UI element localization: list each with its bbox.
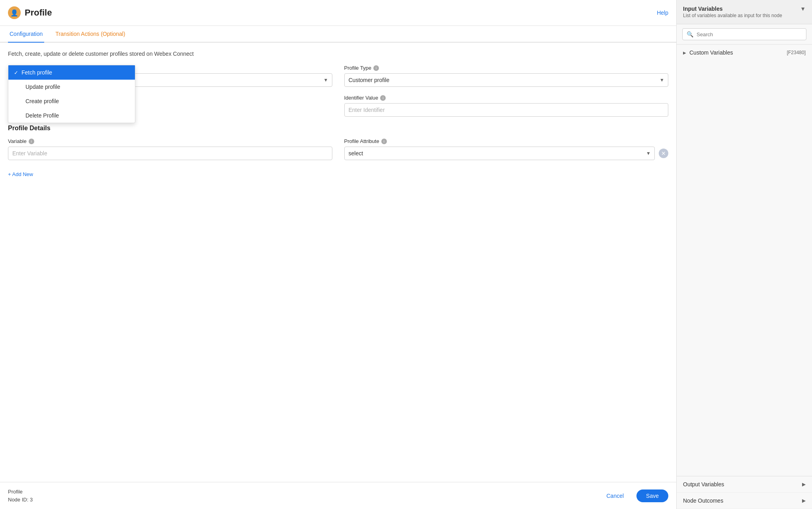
title-group: 👤 Profile (8, 6, 52, 19)
output-variables-row[interactable]: Output Variables ▶ (677, 476, 812, 493)
right-panel-subtitle: List of variables available as input for… (683, 13, 782, 18)
identifier-input[interactable] (344, 103, 669, 117)
dropdown-item-create[interactable]: Create profile (8, 94, 135, 108)
add-new-button[interactable]: + Add New (8, 171, 33, 177)
tab-transition[interactable]: Transition Actions (Optional) (54, 26, 127, 43)
right-panel-title-group: Input Variables List of variables availa… (683, 6, 782, 18)
right-panel: Input Variables List of variables availa… (677, 0, 812, 509)
page-title: Profile (25, 8, 52, 18)
output-variables-chevron-icon: ▶ (802, 482, 806, 487)
collapse-icon[interactable]: ▼ (800, 6, 806, 12)
right-panel-footer: Output Variables ▶ Node Outcomes ▶ (677, 476, 812, 509)
node-outcomes-row[interactable]: Node Outcomes ▶ (677, 493, 812, 509)
dropdown-item-delete[interactable]: Delete Profile (8, 108, 135, 123)
search-input[interactable] (697, 31, 802, 37)
check-icon: ✓ (14, 70, 18, 76)
panel-footer: Profile Node ID: 3 Cancel Save (0, 482, 676, 509)
right-panel-title: Input Variables (683, 6, 782, 12)
search-box: 🔍 (677, 24, 812, 45)
tab-configuration[interactable]: Configuration (8, 26, 44, 43)
profile-type-info-icon: i (373, 65, 379, 71)
profile-attribute-label: Profile Attribute i (344, 138, 669, 144)
profile-details-title: Profile Details (8, 125, 668, 132)
right-panel-header: Input Variables List of variables availa… (677, 0, 812, 24)
tabs-container: Configuration Transition Actions (Option… (0, 26, 676, 43)
footer-actions: Cancel Save (598, 489, 668, 502)
left-panel: 👤 Profile Help Configuration Transition … (0, 0, 677, 509)
variable-info-icon: i (29, 139, 34, 144)
search-icon: 🔍 (687, 31, 693, 37)
footer-node-name: Profile (8, 488, 33, 496)
custom-variables-label: Custom Variables (689, 49, 733, 56)
profile-attribute-select[interactable]: select (344, 147, 655, 160)
custom-variables-badge: [F23480] (787, 50, 806, 55)
profile-attribute-group: Profile Attribute i select ▼ ✕ (344, 138, 669, 160)
identifier-info-icon: i (380, 95, 386, 101)
action-dropdown: ✓ Fetch profile Update profile Create pr… (8, 65, 135, 123)
footer-info: Profile Node ID: 3 (8, 488, 33, 503)
profile-type-select[interactable]: Customer profile (344, 73, 669, 87)
panel-body: Fetch, create, update or delete customer… (0, 43, 676, 482)
footer-node-id: Node ID: 3 (8, 496, 33, 504)
identifier-label: Identifier Value i (344, 95, 669, 101)
node-outcomes-label: Node Outcomes (683, 497, 723, 504)
profile-type-select-wrapper: Customer profile ▼ (344, 73, 669, 87)
profile-type-group: Profile Type i Customer profile ▼ (344, 65, 669, 87)
right-panel-body (677, 61, 812, 476)
triangle-icon: ▶ (683, 51, 686, 55)
profile-type-label: Profile Type i (344, 65, 669, 71)
variable-label: Variable i (8, 138, 332, 144)
search-input-wrapper: 🔍 (682, 28, 806, 40)
custom-variables-row[interactable]: ▶ Custom Variables [F23480] (677, 45, 812, 61)
dropdown-item-fetch[interactable]: ✓ Fetch profile (8, 65, 135, 80)
panel-header: 👤 Profile Help (0, 0, 676, 26)
profile-attribute-info-icon: i (381, 139, 387, 144)
help-link[interactable]: Help (657, 10, 668, 16)
profile-attribute-select-wrapper: select ▼ (344, 147, 655, 160)
output-variables-label: Output Variables (683, 481, 724, 487)
variable-attribute-row: Variable i Profile Attribute i select (8, 138, 668, 160)
cancel-button[interactable]: Cancel (598, 489, 632, 502)
dropdown-item-update[interactable]: Update profile (8, 80, 135, 94)
save-button[interactable]: Save (636, 489, 668, 502)
variable-group: Variable i (8, 138, 332, 160)
description-text: Fetch, create, update or delete customer… (8, 51, 668, 57)
variable-input[interactable] (8, 147, 332, 160)
clear-attribute-button[interactable]: ✕ (659, 149, 668, 158)
attribute-row: select ▼ ✕ (344, 147, 669, 160)
node-outcomes-chevron-icon: ▶ (802, 498, 806, 503)
identifier-group: Identifier Value i (344, 95, 669, 117)
user-icon: 👤 (8, 6, 21, 19)
